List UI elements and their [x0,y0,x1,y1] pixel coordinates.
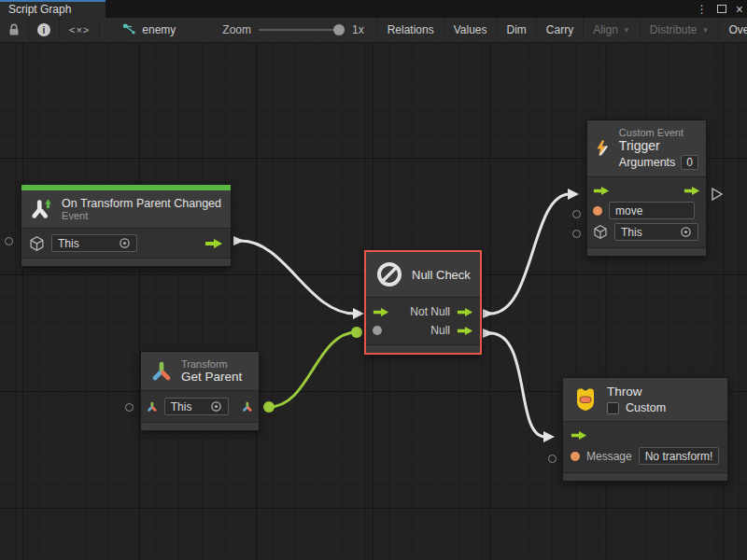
trigger-in-port[interactable] [373,307,389,317]
node-on-transform-parent-changed[interactable]: On Transform Parent Changed Event This [21,184,232,267]
input-port-circle[interactable] [5,237,13,245]
close-icon[interactable]: × [736,3,743,16]
node-throw[interactable]: Throw Custom Message No transform! [562,377,728,482]
transform-event-icon [31,197,53,221]
zoom-slider[interactable] [259,24,345,35]
transform-port-in[interactable] [147,400,158,413]
input-port-circle[interactable] [548,455,557,463]
object-picker-icon[interactable] [210,400,222,413]
node-title: Trigger [619,138,698,153]
chevron-down-icon: ▼ [702,26,710,35]
graph-toolbar: i <×> enemy Zoom 1x Relations Values Dim… [0,18,747,43]
custom-event-icon [595,133,611,163]
wire-getparent-to-nullcheck[interactable] [269,332,357,407]
maximize-icon[interactable] [717,5,726,13]
lock-button[interactable] [0,18,29,43]
trigger-out-port[interactable] [457,307,473,317]
null-label: Null [430,324,450,337]
info-button[interactable]: i [29,18,60,43]
arguments-count-field[interactable]: 0 [681,155,698,170]
message-label: Message [586,450,632,463]
align-button[interactable]: Align ▼ [584,18,641,43]
code-icon: <×> [69,24,90,35]
input-port-circle[interactable] [572,210,581,218]
graph-canvas[interactable]: On Transform Parent Changed Event This [0,43,747,560]
wire-event-to-nullcheck[interactable] [241,241,355,314]
transform-icon [150,360,173,383]
node-custom-event-trigger[interactable]: Custom Event Trigger Arguments 0 [586,119,707,257]
transform-port-out[interactable] [242,400,253,413]
edit-graph-button[interactable]: <×> [60,18,100,43]
trigger-out-port[interactable] [204,238,223,249]
carry-button[interactable]: Carry [537,18,584,43]
value-port-orange[interactable] [593,206,602,216]
wire-end-arrow [543,431,555,442]
message-field[interactable]: No transform! [639,447,720,465]
output-port-triangle[interactable] [712,188,724,201]
values-button[interactable]: Values [444,18,498,43]
wire-end-dot [351,327,362,338]
trigger-in-port[interactable] [593,186,610,196]
object-picker-icon[interactable] [680,226,692,238]
trigger-out-port[interactable] [684,186,700,196]
wire-start-dot [263,401,275,413]
graph-reference[interactable]: enemy [113,23,185,36]
input-port-circle[interactable] [572,230,581,238]
object-picker-icon[interactable] [119,237,131,249]
zoom-slider-track [259,29,345,31]
window-titlebar: Script Graph ⋮ × [0,0,747,18]
target-dropdown[interactable]: This [614,223,698,241]
wire-null-to-throw[interactable] [490,333,545,437]
custom-checkbox[interactable] [607,402,619,414]
node-subtitle: Event [62,210,221,221]
zoom-value: 1x [352,23,364,36]
overview-button[interactable]: Overview [719,18,747,43]
wire-notnull-to-trigger[interactable] [490,194,570,314]
wire-end-arrow [353,308,364,319]
distribute-button[interactable]: Distribute ▼ [641,18,720,43]
target-dropdown[interactable]: This [51,234,137,252]
not-null-label: Not Null [410,305,450,318]
gameobject-cube-icon [29,235,45,252]
dim-button[interactable]: Dim [498,18,537,43]
gameobject-cube-icon [593,224,608,240]
node-footer [141,422,259,430]
value-port-gray[interactable] [373,326,382,335]
zoom-slider-thumb[interactable] [333,24,345,35]
node-get-parent[interactable]: Transform Get Parent This [140,351,260,431]
window-menu-icon[interactable]: ⋮ [697,3,708,16]
node-title: Get Parent [181,370,242,384]
value-port-orange[interactable] [571,452,580,461]
node-title: Null Check [412,268,471,282]
tab-label: Script Graph [8,3,71,16]
graph-icon [122,23,136,36]
trigger-out-port[interactable] [457,326,473,336]
wire-end-arrow [568,189,579,200]
node-null-check[interactable]: Null Check Not Null Null [364,250,482,355]
node-footer [366,344,480,353]
chevron-down-icon: ▼ [623,26,630,35]
node-footer [21,258,231,266]
input-port-circle[interactable] [125,403,134,412]
node-title: On Transform Parent Changed [62,197,221,210]
node-footer [563,472,727,481]
trigger-in-port[interactable] [571,430,587,441]
lock-icon [8,23,20,36]
tab-script-graph[interactable]: Script Graph [0,0,106,18]
target-dropdown[interactable]: This [164,398,229,415]
event-name-field[interactable]: move [609,202,695,219]
node-title: Throw [607,385,666,399]
node-category: Custom Event [619,127,698,138]
throw-error-icon [572,385,599,413]
node-category: Transform [181,358,242,370]
null-check-icon [375,260,403,288]
graph-name: enemy [142,23,176,36]
zoom-label: Zoom [222,23,251,36]
custom-label: Custom [626,401,666,414]
info-icon: i [37,23,50,36]
node-footer [587,247,706,256]
relations-button[interactable]: Relations [377,18,444,43]
arguments-label: Arguments [619,156,675,169]
